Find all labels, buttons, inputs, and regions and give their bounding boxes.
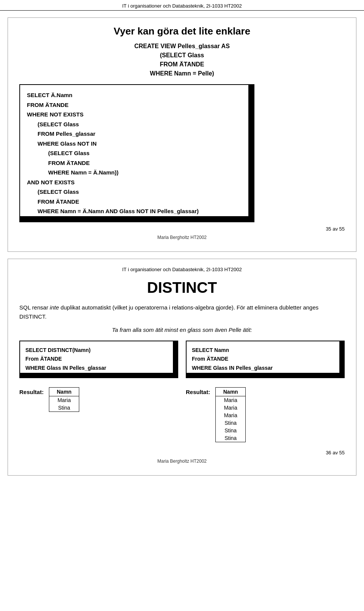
distinct-title: DISTINCT: [19, 279, 345, 296]
result1-label: Resultat:: [19, 387, 44, 395]
page1-header: IT i organisationer och Databasteknik, 2…: [0, 0, 364, 11]
result-table-2: Namn Maria Maria Maria: [215, 387, 246, 442]
result2-row3: Maria: [216, 412, 246, 419]
slide2-inner-header: IT i organisationer och Databasteknik, 2…: [19, 267, 345, 272]
table-row: Maria: [216, 412, 246, 419]
desc-italic: inte: [50, 304, 59, 311]
result2-row4: Stina: [216, 419, 246, 427]
create-view-line1: CREATE VIEW Pelles_glassar AS: [134, 43, 230, 49]
sql-line9: WHERE Namn = Ä.Namn)): [48, 168, 247, 177]
q2-right-bar: [339, 341, 344, 377]
sql-box-right-bar: [248, 85, 254, 221]
sql-line13: WHERE Namn = Ä.Namn AND Glass NOT IN Pel…: [38, 206, 247, 216]
result-section-1: Resultat: Namn Maria Stina: [19, 387, 178, 442]
sql-line8: FROM ÄTANDE: [48, 158, 247, 168]
table-row: Maria: [216, 396, 246, 404]
result2-label: Resultat:: [186, 387, 210, 395]
description-text: SQL rensar inte duplikat automatiskt (vi…: [19, 303, 345, 321]
desc-part1: SQL rensar: [19, 304, 50, 311]
q2-line2: From ÄTANDE: [192, 356, 228, 362]
table-row: Stina: [216, 419, 246, 427]
sql-line3: WHERE NOT EXISTS: [27, 111, 83, 118]
result-section-2: Resultat: Namn Maria Maria: [186, 387, 345, 442]
sql-line2: FROM ÄTANDE: [27, 102, 69, 108]
queries-row: SELECT DISTINCT(Namn) From ÄTANDE WHERE …: [19, 341, 345, 378]
sql-line12: FROM ÄTANDE: [38, 197, 247, 207]
table-row: Maria: [49, 396, 79, 404]
results-row: Resultat: Namn Maria Stina: [19, 387, 345, 442]
create-view-line2: (SELECT Glass: [160, 52, 204, 58]
slide1-page-num: 35 av 55: [19, 226, 345, 232]
sql-line5: FROM Pelles_glassar: [38, 129, 247, 139]
slide2: IT i organisationer och Databasteknik, 2…: [8, 259, 356, 476]
result1-col-header: Namn: [49, 387, 79, 396]
create-view-block: CREATE VIEW Pelles_glassar AS (SELECT Gl…: [19, 42, 345, 78]
result1-row1: Maria: [49, 396, 79, 404]
result2-row5: Stina: [216, 427, 246, 434]
query-box-1: SELECT DISTINCT(Namn) From ÄTANDE WHERE …: [19, 341, 178, 378]
sql-line4: (SELECT Glass: [38, 119, 247, 129]
result2-row1: Maria: [216, 396, 246, 404]
q2-bottom-bar: [187, 373, 344, 377]
sql-box-bottom-bar: [20, 216, 254, 221]
sql-line10: AND NOT EXISTS: [27, 179, 75, 185]
slide1: Vyer kan göra det lite enklare CREATE VI…: [8, 17, 356, 252]
result1-row2: Stina: [49, 404, 79, 412]
result2-col-header: Namn: [216, 387, 246, 396]
create-view-line3: FROM ÄTANDE: [160, 61, 204, 68]
q1-right-bar: [173, 341, 177, 377]
desc-part2: duplikat automatiskt (vilket ju operator…: [19, 304, 318, 320]
slide2-page-num: 36 av 55: [19, 450, 345, 456]
query-box-2: SELECT Namn From ÄTANDE WHERE Glass IN P…: [186, 341, 345, 378]
result-table-1: Namn Maria Stina: [49, 387, 79, 412]
table-row: Stina: [49, 404, 79, 412]
result2-row6: Stina: [216, 434, 246, 442]
slide2-footer: Maria Bergholtz HT2002: [19, 459, 345, 464]
result2-row2: Maria: [216, 404, 246, 412]
table-row: Stina: [216, 427, 246, 434]
create-view-line4: WHERE Namn = Pelle): [150, 70, 214, 77]
sql-line7: (SELECT Glass: [48, 148, 247, 158]
sql-code-box: SELECT Ä.Namn FROM ÄTANDE WHERE NOT EXIS…: [19, 84, 254, 222]
sql-line11: (SELECT Glass: [38, 187, 247, 197]
q2-line1: SELECT Namn: [192, 347, 229, 353]
slide1-title: Vyer kan göra det lite enklare: [19, 25, 345, 37]
q2-line3: WHERE Glass IN Pelles_glassar: [192, 365, 273, 371]
q1-line1: SELECT DISTINCT(Namn): [25, 347, 91, 353]
q1-line3: WHERE Glass IN Pelles_glassar: [25, 365, 106, 371]
table-row: Maria: [216, 404, 246, 412]
table-row: Stina: [216, 434, 246, 442]
italic-note: Ta fram alla som ätit minst en glass som…: [19, 327, 345, 333]
sql-line1: SELECT Ä.Namn: [27, 92, 72, 98]
q1-line2: From ÄTANDE: [25, 356, 62, 362]
q1-bottom-bar: [20, 373, 177, 377]
sql-line6: WHERE Glass NOT IN: [38, 139, 247, 149]
slide1-footer: Maria Bergholtz HT2002: [19, 235, 345, 240]
